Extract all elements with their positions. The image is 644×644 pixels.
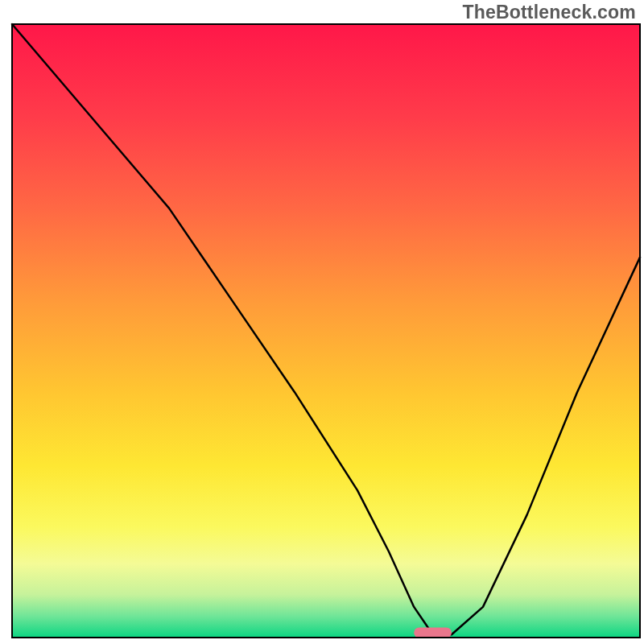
optimal-marker bbox=[414, 627, 452, 638]
plot-background bbox=[12, 24, 640, 638]
bottleneck-chart bbox=[0, 0, 644, 644]
watermark-label: TheBottleneck.com bbox=[462, 2, 636, 23]
chart-container: TheBottleneck.com bbox=[0, 0, 644, 644]
